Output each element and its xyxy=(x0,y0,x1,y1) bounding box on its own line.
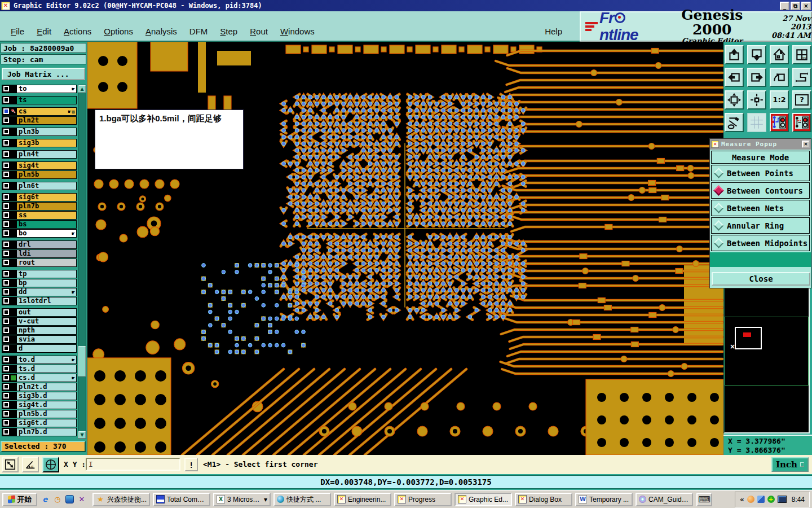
layer-checkbox-to.d[interactable] xyxy=(3,357,9,362)
home-view-button[interactable] xyxy=(770,45,789,64)
layer-name-dd[interactable]: dd☛ xyxy=(17,288,76,296)
layer-checkbox-pln3b[interactable] xyxy=(3,129,9,134)
measure-option-between-nets[interactable]: Between Nets xyxy=(711,200,810,216)
layer-row-sig4t[interactable]: sig4t xyxy=(2,161,77,170)
layer-row-to.d[interactable]: to.d☛ xyxy=(2,356,77,364)
measure-angle-button[interactable]: α xyxy=(22,457,39,472)
layer-name-bo[interactable]: bo☛ xyxy=(17,230,76,237)
help-tool-button[interactable]: ? xyxy=(792,90,811,110)
task-engineerin-[interactable]: ✕Engineerin... xyxy=(334,493,391,506)
radio-diamond-icon[interactable] xyxy=(713,185,723,195)
menu-dfm[interactable]: DFM xyxy=(183,27,214,36)
layer-name-out[interactable]: out xyxy=(17,309,76,316)
layer-checkbox-sig3b[interactable] xyxy=(3,140,9,146)
layer-row-sig4t.d[interactable]: sig4t.d xyxy=(2,401,77,409)
layer-name-pln2t.d[interactable]: pln2t.d xyxy=(17,383,76,391)
layer-name-svia[interactable]: svia xyxy=(17,336,76,343)
layer-row-out[interactable]: out xyxy=(2,308,77,317)
layer-name-cs.d[interactable]: cs.d☛ xyxy=(17,374,76,382)
layer-name-ts.d[interactable]: ts.d xyxy=(17,365,76,373)
layer-name-pln4t[interactable]: pln4t xyxy=(17,151,76,158)
menu-rout[interactable]: Rout xyxy=(244,27,274,36)
measure-option-between-contours[interactable]: Between Contours xyxy=(711,182,810,199)
job-matrix-button[interactable]: Job Matrix ... xyxy=(2,68,85,80)
layer-checkbox-pln7b.d[interactable] xyxy=(3,429,9,435)
layer-name-ss[interactable]: ss xyxy=(17,212,76,219)
menu-analysis[interactable]: Analysis xyxy=(139,27,183,36)
layer-row-tp[interactable]: tp xyxy=(2,270,77,278)
layer-row-dd[interactable]: dd☛ xyxy=(2,288,77,296)
close-quicklaunch-icon[interactable]: ✕ xyxy=(77,495,86,504)
layer-name-ts[interactable]: ts xyxy=(17,97,76,104)
close-button[interactable]: × xyxy=(801,2,811,10)
layer-checkbox-ts.d[interactable] xyxy=(3,366,9,371)
pan-right-button[interactable] xyxy=(747,68,766,87)
minimize-button[interactable]: _ xyxy=(780,2,789,10)
layer-checkbox-ldi[interactable] xyxy=(3,251,9,256)
layer-row-rout[interactable]: rout xyxy=(2,259,77,267)
layer-checkbox-pln5b[interactable] xyxy=(3,172,9,177)
layer-row-pln5b.d[interactable]: pln5b.d xyxy=(2,410,77,418)
layer-row-ss[interactable]: ss xyxy=(2,211,77,220)
layer-checkbox-sig4t.d[interactable] xyxy=(3,402,9,408)
layer-name-pln5b.d[interactable]: pln5b.d xyxy=(17,410,76,418)
layer-row-drl[interactable]: drl xyxy=(2,240,77,249)
menu-windows[interactable]: Windows xyxy=(274,27,321,36)
zoom-extents-button[interactable] xyxy=(725,90,744,110)
window-xy-button[interactable]: xy xyxy=(792,45,811,64)
layer-name-ldi[interactable]: ldi xyxy=(17,250,76,257)
menu-edit[interactable]: Edit xyxy=(30,27,58,36)
layer-checkbox-drl[interactable] xyxy=(3,242,9,247)
scroll-up-icon[interactable]: ▲ xyxy=(78,85,86,93)
layer-row-cs.d[interactable]: cs.d☛ xyxy=(2,374,77,382)
layer-checkbox-bs[interactable] xyxy=(3,221,9,227)
task-progress[interactable]: ✕Progress xyxy=(394,493,452,506)
menu-actions[interactable]: Actions xyxy=(58,27,98,36)
layer-row-sig3b.d[interactable]: sig3b.d xyxy=(2,392,77,400)
layer-checkbox-pln7b[interactable] xyxy=(3,203,9,209)
layer-name-npth[interactable]: npth xyxy=(17,327,76,334)
task-temporary-[interactable]: WTemporary ... xyxy=(575,493,633,506)
layer-row-npth[interactable]: npth xyxy=(2,326,77,335)
layer-row-bo[interactable]: bo☛ xyxy=(2,229,77,238)
layer-row-bs[interactable]: bs xyxy=(2,220,77,229)
layer-name-tp[interactable]: tp xyxy=(17,270,76,278)
layer-row-ts[interactable]: ts xyxy=(2,96,77,104)
layer-name-to.d[interactable]: to.d☛ xyxy=(17,356,76,364)
menu-options[interactable]: Options xyxy=(98,27,139,36)
layer-name-pln5b[interactable]: pln5b xyxy=(17,171,76,178)
measure-option-between-points[interactable]: Between Points xyxy=(711,165,810,181)
layer-row-svia[interactable]: svia xyxy=(2,335,77,344)
layer-row-v-cut[interactable]: v-cut xyxy=(2,317,77,326)
layer-name-drl[interactable]: drl xyxy=(17,241,76,248)
measure-option-between-midpoints[interactable]: Between Midpoints xyxy=(711,235,810,251)
view-rectangle[interactable] xyxy=(735,327,762,349)
layer-name-pln6t[interactable]: pln6t xyxy=(17,182,76,190)
layer-name-cs[interactable]: cs☛⊞ xyxy=(17,108,76,115)
route-path-button[interactable] xyxy=(792,68,811,87)
layer-row-sig6t[interactable]: sig6t xyxy=(2,193,77,202)
task-dropdown-icon[interactable]: ▾ xyxy=(264,496,267,503)
layer-checkbox-ss[interactable] xyxy=(3,212,9,218)
netlist-compare-ref-button[interactable] xyxy=(770,113,789,132)
layer-checkbox-d[interactable] xyxy=(3,345,9,351)
task--[interactable]: ★兴森快捷衡... xyxy=(92,493,150,506)
layer-list-scrollbar[interactable]: ▲ ▼ xyxy=(78,85,86,439)
radio-diamond-icon[interactable] xyxy=(713,220,723,230)
tray-orange-icon[interactable] xyxy=(747,496,754,503)
layer-checkbox-bp[interactable] xyxy=(3,280,9,286)
scrollbar-thumb[interactable] xyxy=(78,346,86,376)
layer-checkbox-rout[interactable] xyxy=(3,260,9,265)
layer-row-pln2t[interactable]: pln2t xyxy=(2,116,77,125)
menu-file[interactable]: File xyxy=(5,27,30,36)
tray-netblue-icon[interactable] xyxy=(757,496,765,503)
units-selector[interactable]: Inch xyxy=(771,457,809,472)
menu-help[interactable]: Help xyxy=(539,27,568,36)
task-dialog-box[interactable]: ✕Dialog Box xyxy=(515,493,572,506)
view-down-button[interactable] xyxy=(747,45,766,64)
tray-monitor-icon[interactable] xyxy=(778,496,787,503)
layer-row-pln2t.d[interactable]: pln2t.d xyxy=(2,383,77,391)
layer-checkbox-pln5b.d[interactable] xyxy=(3,411,9,417)
layer-checkbox-tp[interactable] xyxy=(3,271,9,277)
layer-name-sig4t.d[interactable]: sig4t.d xyxy=(17,401,76,409)
